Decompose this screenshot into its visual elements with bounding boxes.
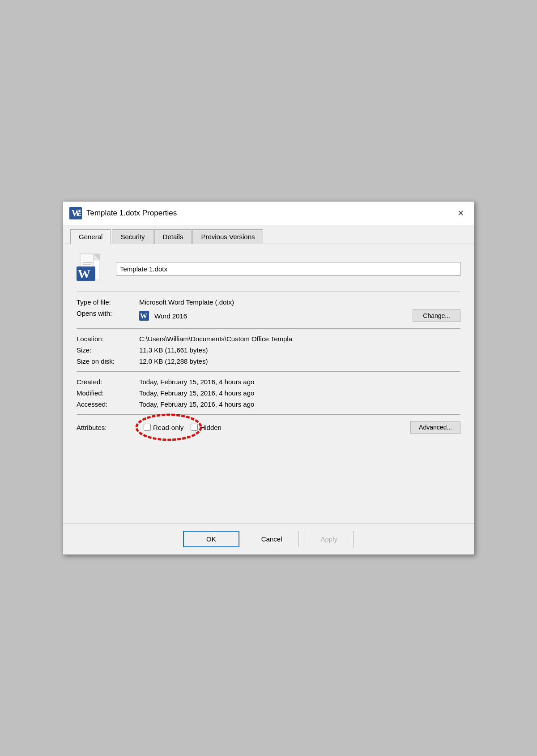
- hidden-checkbox[interactable]: [191, 424, 198, 431]
- tab-security[interactable]: Security: [112, 229, 153, 244]
- type-label: Type of file:: [77, 298, 139, 306]
- modified-value: Today, February 15, 2016, 4 hours ago: [139, 389, 460, 397]
- attributes-row: Attributes: Read-only Hidden Advanced...: [77, 421, 460, 434]
- tab-details[interactable]: Details: [154, 229, 192, 244]
- close-button[interactable]: ✕: [453, 206, 468, 220]
- empty-area: [77, 434, 460, 514]
- size-on-disk-label: Size on disk:: [77, 357, 139, 365]
- ok-button[interactable]: OK: [183, 531, 239, 547]
- read-only-label: Read-only: [153, 424, 183, 431]
- tab-bar: General Security Details Previous Versio…: [63, 225, 474, 244]
- location-label: Location:: [77, 335, 139, 343]
- dialog-title: Template 1.dotx Properties: [86, 209, 177, 218]
- divider-1: [77, 292, 460, 292]
- modified-label: Modified:: [77, 389, 139, 397]
- word-app-icon: W: [139, 311, 149, 321]
- divider-3: [77, 371, 460, 372]
- apply-button[interactable]: Apply: [304, 531, 354, 547]
- created-label: Created:: [77, 378, 139, 386]
- size-value: 11.3 KB (11,661 bytes): [139, 346, 460, 354]
- opens-app: Word 2016: [154, 312, 187, 320]
- size-label: Size:: [77, 346, 139, 354]
- title-bar-left: W Template 1.dotx Properties: [69, 207, 177, 219]
- type-value: Microsoft Word Template (.dotx): [139, 298, 460, 306]
- svg-rect-5: [77, 215, 81, 216]
- accessed-value: Today, February 15, 2016, 4 hours ago: [139, 400, 460, 408]
- cancel-button[interactable]: Cancel: [245, 531, 299, 547]
- opens-label: Opens with:: [77, 309, 139, 322]
- location-value: C:\Users\William\Documents\Custom Office…: [139, 335, 460, 343]
- svg-text:W: W: [140, 312, 147, 320]
- tab-previous-versions[interactable]: Previous Versions: [192, 229, 263, 244]
- hidden-checkbox-wrapper: Hidden: [191, 424, 222, 431]
- opens-with-row: W Word 2016 Change...: [139, 309, 460, 322]
- file-icon: W: [77, 253, 108, 284]
- file-header: W: [77, 253, 460, 284]
- svg-text:W: W: [78, 267, 90, 281]
- svg-rect-4: [77, 213, 81, 214]
- read-only-checkbox-wrapper: Read-only: [144, 424, 183, 431]
- svg-rect-2: [77, 210, 81, 210]
- hidden-label: Hidden: [200, 424, 222, 431]
- svg-rect-12: [83, 262, 93, 263]
- type-section: Type of file: Microsoft Word Template (.…: [77, 298, 460, 322]
- location-section: Location: C:\Users\William\Documents\Cus…: [77, 335, 460, 365]
- properties-dialog: W Template 1.dotx Properties ✕ General S…: [63, 201, 474, 555]
- created-value: Today, February 15, 2016, 4 hours ago: [139, 378, 460, 386]
- read-only-checkbox[interactable]: [144, 424, 151, 431]
- svg-rect-13: [83, 264, 91, 265]
- attributes-controls: Read-only Hidden: [144, 424, 222, 431]
- attributes-label: Attributes:: [77, 424, 139, 431]
- advanced-button[interactable]: Advanced...: [410, 421, 460, 434]
- divider-2: [77, 328, 460, 329]
- filename-input[interactable]: [116, 262, 460, 276]
- accessed-label: Accessed:: [77, 400, 139, 408]
- tab-general[interactable]: General: [70, 229, 111, 244]
- divider-4: [77, 414, 460, 415]
- size-on-disk-value: 12.0 KB (12,288 bytes): [139, 357, 460, 365]
- button-row: OK Cancel Apply: [63, 523, 474, 554]
- dates-section: Created: Today, February 15, 2016, 4 hou…: [77, 378, 460, 408]
- tab-content: W Type of file: Microsoft Word Template …: [63, 244, 474, 523]
- title-bar: W Template 1.dotx Properties ✕: [63, 202, 474, 225]
- change-button[interactable]: Change...: [413, 309, 460, 322]
- title-bar-icon: W: [69, 207, 82, 219]
- svg-rect-3: [77, 211, 81, 212]
